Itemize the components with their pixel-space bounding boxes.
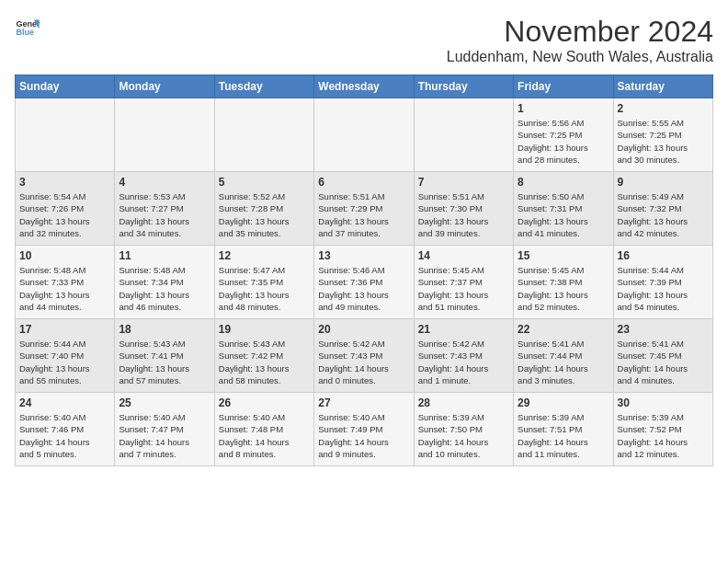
day-info: Sunrise: 5:40 AM Sunset: 7:46 PM Dayligh…: [19, 411, 110, 460]
day-number: 23: [618, 323, 709, 336]
calendar-body: 1Sunrise: 5:56 AM Sunset: 7:25 PM Daylig…: [16, 98, 713, 466]
day-info: Sunrise: 5:43 AM Sunset: 7:41 PM Dayligh…: [119, 338, 210, 386]
day-info: Sunrise: 5:44 AM Sunset: 7:39 PM Dayligh…: [618, 264, 709, 313]
calendar-cell: 21Sunrise: 5:42 AM Sunset: 7:43 PM Dayli…: [414, 319, 513, 393]
calendar-cell: 18Sunrise: 5:43 AM Sunset: 7:41 PM Dayli…: [115, 319, 214, 393]
day-number: 4: [119, 176, 210, 189]
day-info: Sunrise: 5:41 AM Sunset: 7:45 PM Dayligh…: [618, 338, 709, 386]
day-info: Sunrise: 5:45 AM Sunset: 7:38 PM Dayligh…: [518, 264, 609, 313]
day-info: Sunrise: 5:45 AM Sunset: 7:37 PM Dayligh…: [418, 264, 509, 313]
calendar-cell: 12Sunrise: 5:47 AM Sunset: 7:35 PM Dayli…: [214, 246, 313, 319]
weekday-header: Wednesday: [314, 75, 414, 98]
svg-text:Blue: Blue: [16, 28, 34, 37]
day-info: Sunrise: 5:40 AM Sunset: 7:47 PM Dayligh…: [119, 411, 210, 460]
calendar-cell: 30Sunrise: 5:39 AM Sunset: 7:52 PM Dayli…: [613, 393, 712, 466]
day-number: 9: [618, 176, 709, 189]
day-info: Sunrise: 5:46 AM Sunset: 7:36 PM Dayligh…: [318, 264, 409, 313]
day-info: Sunrise: 5:54 AM Sunset: 7:26 PM Dayligh…: [19, 190, 110, 239]
calendar-cell: 3Sunrise: 5:54 AM Sunset: 7:26 PM Daylig…: [16, 172, 115, 246]
day-number: 3: [19, 176, 110, 189]
day-info: Sunrise: 5:41 AM Sunset: 7:44 PM Dayligh…: [518, 338, 609, 386]
calendar-cell: 8Sunrise: 5:50 AM Sunset: 7:31 PM Daylig…: [514, 172, 613, 246]
calendar-cell: 27Sunrise: 5:40 AM Sunset: 7:49 PM Dayli…: [314, 393, 414, 466]
calendar-cell: 17Sunrise: 5:44 AM Sunset: 7:40 PM Dayli…: [16, 319, 115, 393]
calendar-cell: 16Sunrise: 5:44 AM Sunset: 7:39 PM Dayli…: [613, 246, 712, 319]
weekday-header-row: SundayMondayTuesdayWednesdayThursdayFrid…: [16, 75, 713, 98]
header: General Blue November 2024 Luddenham, Ne…: [15, 15, 713, 65]
day-number: 13: [318, 249, 409, 262]
day-number: 8: [518, 176, 609, 189]
calendar-cell: 26Sunrise: 5:40 AM Sunset: 7:48 PM Dayli…: [214, 393, 313, 466]
day-info: Sunrise: 5:50 AM Sunset: 7:31 PM Dayligh…: [518, 190, 609, 239]
calendar-cell: [314, 98, 414, 172]
calendar-week-row: 10Sunrise: 5:48 AM Sunset: 7:33 PM Dayli…: [16, 246, 713, 319]
day-number: 16: [618, 249, 709, 262]
calendar-cell: 1Sunrise: 5:56 AM Sunset: 7:25 PM Daylig…: [514, 98, 613, 172]
calendar-cell: 28Sunrise: 5:39 AM Sunset: 7:50 PM Dayli…: [414, 393, 513, 466]
calendar-cell: 15Sunrise: 5:45 AM Sunset: 7:38 PM Dayli…: [514, 246, 613, 319]
day-number: 28: [418, 396, 509, 409]
day-number: 10: [19, 249, 110, 262]
calendar-cell: [414, 98, 513, 172]
calendar-cell: 20Sunrise: 5:42 AM Sunset: 7:43 PM Dayli…: [314, 319, 414, 393]
day-number: 19: [219, 323, 310, 336]
day-info: Sunrise: 5:48 AM Sunset: 7:34 PM Dayligh…: [119, 264, 210, 313]
day-number: 25: [119, 396, 210, 409]
day-number: 21: [418, 323, 509, 336]
day-info: Sunrise: 5:40 AM Sunset: 7:49 PM Dayligh…: [318, 411, 409, 460]
day-info: Sunrise: 5:42 AM Sunset: 7:43 PM Dayligh…: [318, 338, 409, 386]
calendar-cell: 25Sunrise: 5:40 AM Sunset: 7:47 PM Dayli…: [115, 393, 214, 466]
title-area: November 2024 Luddenham, New South Wales…: [447, 15, 713, 65]
day-info: Sunrise: 5:39 AM Sunset: 7:50 PM Dayligh…: [418, 411, 509, 460]
day-info: Sunrise: 5:48 AM Sunset: 7:33 PM Dayligh…: [19, 264, 110, 313]
calendar-cell: [115, 98, 214, 172]
day-number: 5: [219, 176, 310, 189]
day-number: 27: [318, 396, 409, 409]
day-info: Sunrise: 5:49 AM Sunset: 7:32 PM Dayligh…: [618, 190, 709, 239]
calendar-week-row: 17Sunrise: 5:44 AM Sunset: 7:40 PM Dayli…: [16, 319, 713, 393]
calendar-cell: 9Sunrise: 5:49 AM Sunset: 7:32 PM Daylig…: [613, 172, 712, 246]
weekday-header: Thursday: [414, 75, 513, 98]
day-info: Sunrise: 5:47 AM Sunset: 7:35 PM Dayligh…: [219, 264, 310, 313]
day-number: 1: [518, 102, 609, 115]
day-info: Sunrise: 5:51 AM Sunset: 7:30 PM Dayligh…: [418, 190, 509, 239]
day-number: 11: [119, 249, 210, 262]
calendar-week-row: 1Sunrise: 5:56 AM Sunset: 7:25 PM Daylig…: [16, 98, 713, 172]
day-info: Sunrise: 5:52 AM Sunset: 7:28 PM Dayligh…: [219, 190, 310, 239]
day-number: 20: [318, 323, 409, 336]
weekday-header: Friday: [514, 75, 613, 98]
day-number: 6: [318, 176, 409, 189]
month-title: November 2024: [447, 15, 713, 49]
weekday-header: Sunday: [16, 75, 115, 98]
calendar-cell: 5Sunrise: 5:52 AM Sunset: 7:28 PM Daylig…: [214, 172, 313, 246]
day-number: 2: [618, 102, 709, 115]
day-info: Sunrise: 5:53 AM Sunset: 7:27 PM Dayligh…: [119, 190, 210, 239]
calendar-table: SundayMondayTuesdayWednesdayThursdayFrid…: [15, 75, 713, 466]
calendar-cell: 4Sunrise: 5:53 AM Sunset: 7:27 PM Daylig…: [115, 172, 214, 246]
location-title: Luddenham, New South Wales, Australia: [447, 49, 713, 65]
calendar-cell: 22Sunrise: 5:41 AM Sunset: 7:44 PM Dayli…: [514, 319, 613, 393]
day-number: 30: [618, 396, 709, 409]
day-info: Sunrise: 5:42 AM Sunset: 7:43 PM Dayligh…: [418, 338, 509, 386]
day-number: 22: [518, 323, 609, 336]
weekday-header: Saturday: [613, 75, 712, 98]
day-number: 12: [219, 249, 310, 262]
day-number: 29: [518, 396, 609, 409]
weekday-header: Tuesday: [214, 75, 313, 98]
day-number: 7: [418, 176, 509, 189]
day-number: 24: [19, 396, 110, 409]
day-info: Sunrise: 5:39 AM Sunset: 7:51 PM Dayligh…: [518, 411, 609, 460]
day-info: Sunrise: 5:43 AM Sunset: 7:42 PM Dayligh…: [219, 338, 310, 386]
day-info: Sunrise: 5:40 AM Sunset: 7:48 PM Dayligh…: [219, 411, 310, 460]
day-info: Sunrise: 5:51 AM Sunset: 7:29 PM Dayligh…: [318, 190, 409, 239]
calendar-cell: 14Sunrise: 5:45 AM Sunset: 7:37 PM Dayli…: [414, 246, 513, 319]
calendar-week-row: 3Sunrise: 5:54 AM Sunset: 7:26 PM Daylig…: [16, 172, 713, 246]
calendar-cell: 19Sunrise: 5:43 AM Sunset: 7:42 PM Dayli…: [214, 319, 313, 393]
logo-icon: General Blue: [15, 15, 40, 40]
calendar-cell: 13Sunrise: 5:46 AM Sunset: 7:36 PM Dayli…: [314, 246, 414, 319]
calendar-cell: 29Sunrise: 5:39 AM Sunset: 7:51 PM Dayli…: [514, 393, 613, 466]
weekday-header: Monday: [115, 75, 214, 98]
day-number: 17: [19, 323, 110, 336]
day-info: Sunrise: 5:39 AM Sunset: 7:52 PM Dayligh…: [618, 411, 709, 460]
calendar-cell: [16, 98, 115, 172]
